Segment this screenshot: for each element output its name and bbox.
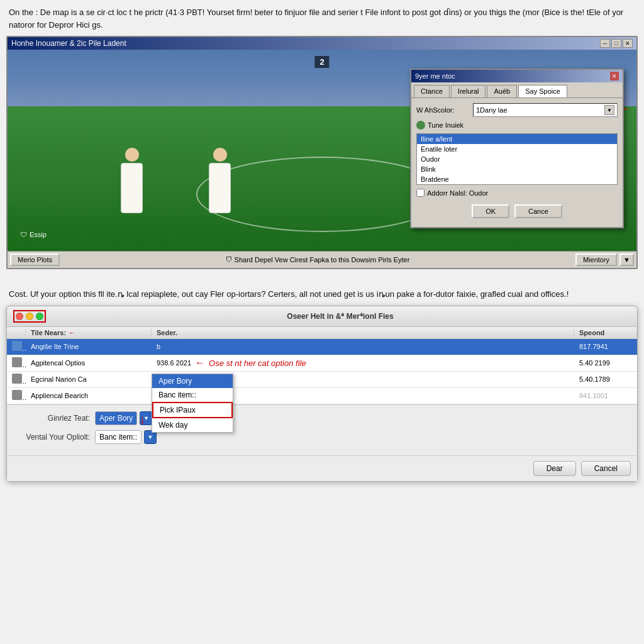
table-row-1[interactable]: Agpitencal Optios 938.6 2021 ← Ose st nt… <box>7 355 637 372</box>
mac-app-title: Oseer Helt in &⁴ Mer⁴ionl Fies <box>50 312 631 321</box>
dropdown-item-0[interactable]: Iline a/lent <box>417 134 617 144</box>
table-row-2[interactable]: Egcinal Narion Ca 5.40.1789 <box>7 372 637 388</box>
top-instructions: On the : De map is a se cir·ct loc t he … <box>0 0 644 36</box>
dropdown-item-1[interactable]: Enatile loter <box>417 144 617 154</box>
row2-name: Egcinal Narion Ca <box>26 374 152 385</box>
addon-checkbox[interactable] <box>416 189 425 197</box>
tab-irelural[interactable]: Irelural <box>451 85 486 97</box>
form-row-1: Vental Your Opliolt: Banc item:: ▼ <box>13 430 631 444</box>
col-name[interactable]: Tile Nears: ← <box>26 329 152 336</box>
row0-sender: b <box>152 341 574 352</box>
toolbar-center-text: ⛉ Shard Depel Vew Cirest Fapka to this D… <box>62 256 573 264</box>
row1-size: 5.40 2199 <box>574 357 637 369</box>
row0-name: Angiše Ite Trine <box>26 341 152 352</box>
mac-maximize-button[interactable] <box>36 313 43 320</box>
col-size: Speond <box>574 329 637 336</box>
tab-ctance[interactable]: Ctance <box>414 85 450 97</box>
form-row-0: Ginrlez Teat: Aper Bory ▼ <box>13 411 631 425</box>
field-row-tune: Tune Inuiek <box>416 121 618 130</box>
maximize-button[interactable]: □ <box>611 39 621 48</box>
select-aper-bory[interactable]: Aper Bory <box>95 411 137 425</box>
dropdown-arrow-color[interactable]: ▼ <box>604 105 614 115</box>
mac-bottom-form: Ginrlez Teat: Aper Bory ▼ Vental Your Op… <box>7 404 637 455</box>
dropdown-list-item-0[interactable]: Aper Bory <box>152 374 233 388</box>
cancel-button-popup[interactable]: Cance <box>514 204 562 218</box>
col-icon <box>7 329 26 336</box>
row3-name: Appliencal Bearich <box>26 390 152 401</box>
dropdown-item-4[interactable]: Bratdene <box>417 174 617 184</box>
toolbar-dropdown-btn[interactable]: ▼ <box>619 253 634 266</box>
minimize-button[interactable]: ─ <box>600 39 610 48</box>
dropdown-list: Iline a/lent Enatile loter Oudor Blink B… <box>416 133 618 185</box>
row1-name: Agpitencal Optios <box>26 357 152 369</box>
file-icon-3 <box>12 390 22 400</box>
row3-icon <box>7 388 26 403</box>
windows-app-title: Honhe Inouamer & 2ic Pile Ladent <box>11 39 126 48</box>
middle-instruction-text: Cost. Uf your option this fll ite.ȵ lcal… <box>9 288 635 301</box>
merio-plots-button[interactable]: Merio Plots <box>10 253 60 266</box>
col-name-label: Tile Nears: <box>31 329 66 336</box>
red-arrow-color: ← <box>621 103 631 114</box>
tab-aueb[interactable]: Auéb <box>487 85 517 97</box>
windows-app-container: Honhe Inouamer & 2ic Pile Ladent ─ □ ✕ 2… <box>6 36 638 269</box>
mac-app-container: Oseer Helt in &⁴ Mer⁴ionl Fies Tile Near… <box>6 306 638 482</box>
row2-icon <box>7 372 26 387</box>
red-arrow-name-col: ← <box>69 329 75 336</box>
popup-close-button[interactable]: ✕ <box>610 72 619 80</box>
checkbox-row: Addorr Nalsl: Oudor <box>416 189 618 197</box>
field-label-color: W AhScolor: <box>416 106 473 114</box>
shield-icon-glyph: 🛡 <box>20 231 27 238</box>
file-icon-1 <box>12 357 22 367</box>
titlebar-controls: ─ □ ✕ <box>600 39 633 48</box>
table-row-0[interactable]: Angiše Ite Trine b 817.7941 <box>7 339 637 355</box>
table-header: Tile Nears: ← Seder. Speond <box>7 327 637 339</box>
player-body-right <box>209 163 231 213</box>
annotation-text: Ose st nt her cat option file <box>209 358 306 368</box>
field-label-tune: Tune Inuiek <box>428 121 464 129</box>
tab-say-spoice[interactable]: Say Spoice <box>518 85 567 97</box>
dropdown-list-item-2[interactable]: Pick IPaux <box>152 402 233 418</box>
popup-dialog: 9yer me ntoc ✕ Ctance Irelural Auéb Say … <box>410 69 624 228</box>
row0-icon <box>7 339 26 354</box>
row0-size: 817.7941 <box>574 341 637 352</box>
cancel-button-mac[interactable]: Cancel <box>581 461 631 476</box>
player-head-left <box>125 148 139 162</box>
form-label-1: Vental Your Opliolt: <box>13 433 95 441</box>
field-input-color[interactable]: 1Dany lae ▼ <box>473 103 618 117</box>
mac-buttons-group <box>13 310 46 323</box>
mac-action-buttons: Dear Cancel <box>7 455 637 481</box>
mac-minimize-button[interactable] <box>26 313 33 320</box>
popup-titlebar: 9yer me ntoc ✕ <box>411 70 623 82</box>
middle-instructions: Cost. Uf your option this fll ite.ȵ lcal… <box>0 279 644 306</box>
shield-area: 🛡 Essip <box>20 231 47 238</box>
popup-title: 9yer me ntoc <box>415 72 455 80</box>
windows-titlebar: Honhe Inouamer & 2ic Pile Ladent ─ □ ✕ <box>8 37 636 50</box>
checkbox-label: Addorr Nalsl: Oudor <box>427 189 488 197</box>
popup-content: W AhScolor: 1Dany lae ▼ ← Tune Inuiek Il… <box>411 98 623 227</box>
red-arrow-row1: ← <box>195 357 205 369</box>
ok-button[interactable]: OK <box>472 204 509 218</box>
row3-size: 841.1001 <box>574 390 637 401</box>
mac-close-button[interactable] <box>16 313 23 320</box>
table-row-3[interactable]: Appliencal Bearich 841.1001 <box>7 388 637 404</box>
mac-titlebar: Oseer Helt in &⁴ Mer⁴ionl Fies <box>7 306 637 327</box>
player-right <box>209 163 231 213</box>
top-instruction-text: On the : De map is a se cir·ct loc t he … <box>9 6 635 31</box>
player-head-right <box>213 148 227 162</box>
close-button[interactable]: ✕ <box>623 39 633 48</box>
form-select-1: Banc item:: ▼ <box>95 430 157 444</box>
dropdown-list-item-3[interactable]: Wek day <box>152 418 233 432</box>
file-icon-2 <box>12 374 22 384</box>
tune-icon <box>416 121 425 130</box>
dropdown-item-3[interactable]: Blink <box>417 164 617 174</box>
dropdown-item-2[interactable]: Oudor <box>417 154 617 164</box>
dropdown-list-item-1[interactable]: Banc item:: <box>152 388 233 402</box>
score-badge: 2 <box>314 56 329 68</box>
mientory-button[interactable]: Mientory <box>575 253 617 266</box>
select-banc-item[interactable]: Banc item:: <box>95 430 142 444</box>
red-arrow-dropdown: ↓ <box>139 412 145 426</box>
popup-actions: OK Cance <box>416 201 618 222</box>
windows-toolbar: Merio Plots ⛉ Shard Depel Vew Cirest Fap… <box>8 251 636 268</box>
player-left <box>121 163 143 213</box>
dear-button[interactable]: Dear <box>533 461 576 476</box>
